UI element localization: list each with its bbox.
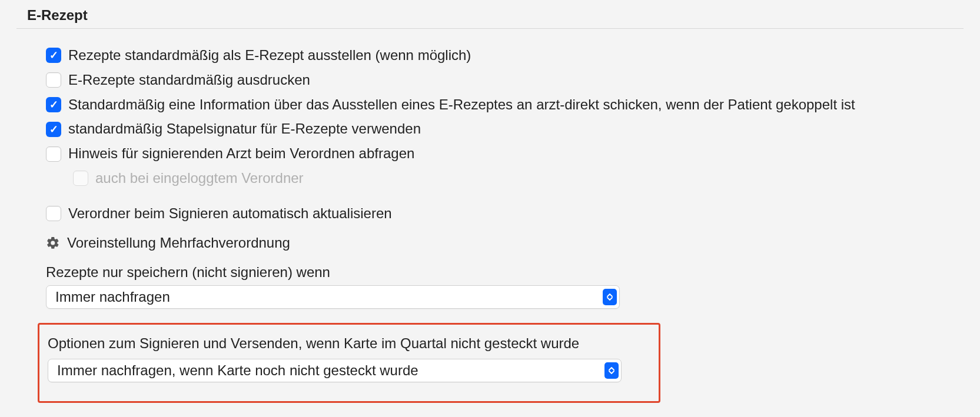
checkbox-label: Standardmäßig eine Information über das … <box>68 95 855 115</box>
checkbox-row-eingeloggter-verordner: auch bei eingeloggtem Verordner <box>73 168 964 189</box>
gear-label: Voreinstellung Mehrfachverordnung <box>67 235 290 251</box>
checkbox-label: Rezepte standardmäßig als E-Rezept ausst… <box>68 45 471 66</box>
checkbox-arzt-direkt[interactable]: ✓ <box>46 97 61 112</box>
select-value: Immer nachfragen <box>55 289 170 305</box>
checkbox-label: auch bei eingeloggtem Verordner <box>95 168 304 189</box>
chevron-down-icon <box>609 371 614 374</box>
gear-icon <box>46 236 60 250</box>
section-title: E-Rezept <box>16 0 964 29</box>
checkbox-label: standardmäßig Stapelsignatur für E-Rezep… <box>68 119 421 139</box>
checkbox-default-print[interactable] <box>46 72 61 88</box>
settings-section: E-Rezept ✓ Rezepte standardmäßig als E-R… <box>0 0 980 403</box>
spacer <box>46 193 964 204</box>
checkbox-stapelsignatur[interactable]: ✓ <box>46 122 61 137</box>
checkbox-default-erezept[interactable]: ✓ <box>46 48 61 63</box>
select1-label: Rezepte nur speichern (nicht signieren) … <box>46 264 964 281</box>
checkbox-hinweis-arzt[interactable] <box>46 146 61 162</box>
select-value: Immer nachfragen, wenn Karte noch nicht … <box>57 362 418 379</box>
checkbox-row-default-erezept: ✓ Rezepte standardmäßig als E-Rezept aus… <box>46 45 964 66</box>
checkbox-row-stapelsignatur: ✓ standardmäßig Stapelsignatur für E-Rez… <box>46 119 964 139</box>
select-rezepte-speichern[interactable]: Immer nachfragen <box>46 285 620 309</box>
select2-label: Optionen zum Signieren und Versenden, we… <box>48 335 650 352</box>
checkbox-label: E-Rezepte standardmäßig ausdrucken <box>68 70 310 91</box>
checkbox-row-hinweis-arzt: Hinweis für signierenden Arzt beim Veror… <box>46 144 964 164</box>
checkbox-row-verordner-auto: Verordner beim Signieren automatisch akt… <box>46 204 964 224</box>
select-stepper-icon <box>604 362 619 379</box>
checkbox-row-default-print: E-Rezepte standardmäßig ausdrucken <box>46 70 964 91</box>
checkbox-eingeloggter-verordner <box>73 171 88 186</box>
checkbox-label: Hinweis für signierenden Arzt beim Veror… <box>68 144 414 164</box>
checkbox-label: Verordner beim Signieren automatisch akt… <box>68 204 392 224</box>
checkbox-verordner-auto[interactable] <box>46 206 61 221</box>
check-icon: ✓ <box>49 50 58 61</box>
section-content: ✓ Rezepte standardmäßig als E-Rezept aus… <box>16 29 964 403</box>
gear-row-mehrfachverordnung[interactable]: Voreinstellung Mehrfachverordnung <box>46 235 964 251</box>
check-icon: ✓ <box>49 124 58 135</box>
highlight-box: Optionen zum Signieren und Versenden, we… <box>38 323 660 403</box>
checkbox-row-arzt-direkt: ✓ Standardmäßig eine Information über da… <box>46 95 964 115</box>
select-signieren-versenden[interactable]: Immer nachfragen, wenn Karte noch nicht … <box>48 359 622 382</box>
chevron-down-icon <box>607 297 613 301</box>
select-stepper-icon <box>603 289 617 305</box>
check-icon: ✓ <box>49 99 58 110</box>
